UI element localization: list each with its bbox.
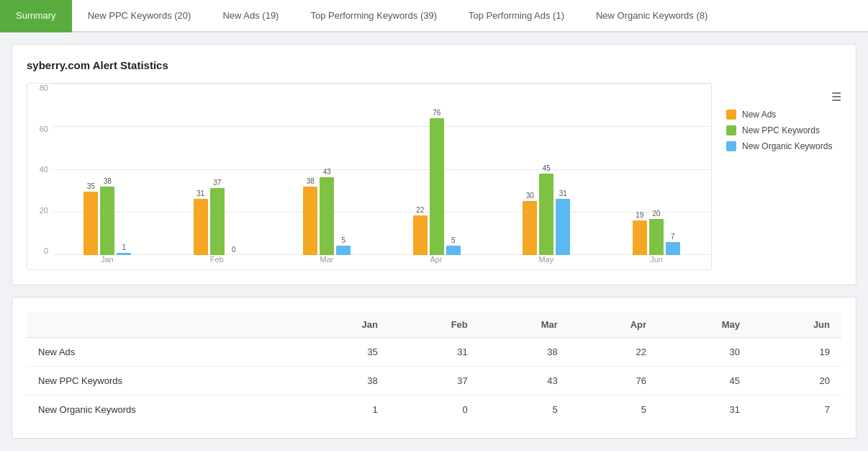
bar <box>413 215 428 255</box>
bar-wrap: 30 <box>523 192 537 255</box>
y-axis-label: 0 <box>27 246 53 255</box>
bar-value-label: 43 <box>323 168 331 176</box>
table-header-cell: Jan <box>300 312 389 338</box>
table-header-cell: Feb <box>389 312 479 338</box>
bar-wrap: 5 <box>446 236 461 255</box>
table-cell: 7 <box>751 396 841 424</box>
legend-item: New PPC Keywords <box>726 125 841 135</box>
legend-label: New Ads <box>742 110 776 120</box>
bar-wrap: 38 <box>100 177 114 255</box>
table-header-cell: Mar <box>479 312 569 338</box>
bar-value-label: 19 <box>636 211 643 219</box>
y-axis-label: 20 <box>27 206 53 215</box>
table-cell: 5 <box>569 396 658 424</box>
bar <box>523 201 537 255</box>
bar <box>633 220 647 255</box>
bar <box>303 187 317 255</box>
x-axis-label: Feb <box>210 255 224 269</box>
table-header-cell: Jun <box>751 312 841 338</box>
tab-top-keywords[interactable]: Top Performing Keywords (39) <box>294 0 453 32</box>
tab-summary[interactable]: Summary <box>0 0 72 32</box>
y-axis-label: 40 <box>27 165 53 174</box>
chart-legend: ☰ New AdsNew PPC KeywordsNew Organic Key… <box>726 83 841 157</box>
table-cell: 38 <box>479 338 569 367</box>
table-cell: 43 <box>479 367 569 396</box>
bar <box>446 246 461 255</box>
y-axis-label: 60 <box>27 125 53 133</box>
bar-wrap: 31 <box>194 189 208 255</box>
bar-value-label: 37 <box>213 179 221 187</box>
bar-group: 22765 <box>413 109 461 255</box>
legend-item: New Ads <box>726 110 841 120</box>
table-cell: 22 <box>569 338 658 367</box>
bar <box>210 188 225 255</box>
legend-color <box>726 110 736 120</box>
table-cell: 1 <box>300 396 389 424</box>
table-row-label: New Ads <box>27 338 300 367</box>
table-row-label: New Organic Keywords <box>27 396 300 424</box>
tab-ppc-keywords[interactable]: New PPC Keywords (20) <box>72 0 207 32</box>
bar-value-label: 30 <box>526 192 534 200</box>
tabs-bar: SummaryNew PPC Keywords (20)New Ads (19)… <box>0 0 868 32</box>
table-row: New PPC Keywords383743764520 <box>27 367 841 396</box>
bar <box>666 242 680 255</box>
table-cell: 31 <box>389 338 479 367</box>
chart-card: syberry.com Alert Statistics 020406080 3… <box>12 44 856 285</box>
table-cell: 45 <box>658 367 751 396</box>
tab-new-ads[interactable]: New Ads (19) <box>207 0 294 32</box>
bar <box>336 246 351 255</box>
bar-group: 19207 <box>633 210 680 255</box>
bar <box>320 177 334 255</box>
table-cell: 5 <box>479 396 569 424</box>
legend-label: New PPC Keywords <box>742 125 820 135</box>
table-cell: 31 <box>658 396 751 424</box>
chart-card-title: syberry.com Alert Statistics <box>27 59 841 71</box>
table-cell: 20 <box>751 367 841 396</box>
bar-value-label: 0 <box>232 246 236 254</box>
bar-wrap: 22 <box>413 206 428 255</box>
bar-wrap: 31 <box>556 189 570 255</box>
bar-value-label: 45 <box>543 164 551 172</box>
bar-group: 304531 <box>523 164 570 255</box>
table-cell: 19 <box>751 338 841 367</box>
bar-value-label: 7 <box>671 233 675 241</box>
data-table: JanFebMarAprMayJunNew Ads353138223019New… <box>27 312 841 424</box>
chart-area: 020406080 353813137038435227653045311920… <box>27 83 712 270</box>
bar-value-label: 76 <box>433 109 440 117</box>
bar-wrap: 45 <box>539 164 553 255</box>
table-cell: 38 <box>300 367 389 396</box>
bar-value-label: 5 <box>341 236 345 244</box>
table-cell: 30 <box>658 338 751 367</box>
legend-menu-icon[interactable]: ☰ <box>726 90 841 104</box>
tab-top-ads[interactable]: Top Performing Ads (1) <box>453 0 580 32</box>
table-row: New Ads353138223019 <box>27 338 841 367</box>
y-axis-label: 80 <box>27 84 53 92</box>
table-header-cell: May <box>658 312 751 338</box>
bar <box>556 199 570 255</box>
bar-wrap: 37 <box>210 179 225 255</box>
bar-value-label: 20 <box>652 210 660 218</box>
table-row: New Organic Keywords1055317 <box>27 396 841 424</box>
x-axis-label: Mar <box>320 255 334 269</box>
legend-label: New Organic Keywords <box>742 141 832 151</box>
table-row-label: New PPC Keywords <box>27 367 300 396</box>
chart-container: 020406080 353813137038435227653045311920… <box>27 83 841 270</box>
bar-wrap: 5 <box>336 236 351 255</box>
table-header-cell <box>27 312 300 338</box>
bar-wrap: 1 <box>117 244 131 255</box>
legend-color <box>726 125 736 135</box>
bar-value-label: 31 <box>196 189 204 197</box>
table-cell: 76 <box>569 367 658 396</box>
bar <box>649 219 664 255</box>
bar-wrap: 38 <box>303 177 317 255</box>
tab-organic-keywords[interactable]: New Organic Keywords (8) <box>580 0 723 32</box>
bar-group: 31370 <box>194 179 241 255</box>
bar <box>430 118 444 255</box>
legend-item: New Organic Keywords <box>726 141 841 151</box>
legend-color <box>726 141 736 151</box>
bar-value-label: 31 <box>559 189 567 197</box>
bar-wrap: 20 <box>649 210 664 255</box>
bar-group: 38435 <box>303 168 351 255</box>
x-axis-label: May <box>539 255 554 269</box>
bar-wrap: 35 <box>83 182 98 255</box>
